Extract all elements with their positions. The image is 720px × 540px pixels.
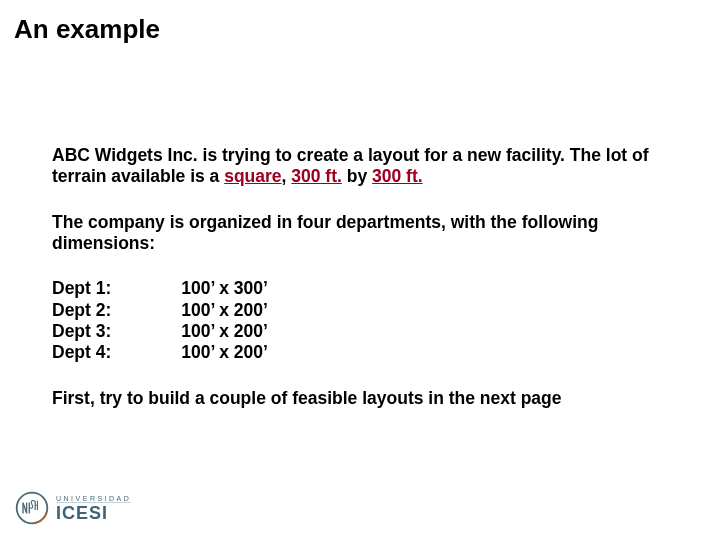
dept-label: Dept 1: — [52, 278, 181, 299]
logo-university-label: UNIVERSIDAD — [56, 495, 131, 502]
table-row: Dept 1: 100’ x 300’ — [52, 278, 268, 299]
intro-keyword-square: square — [224, 166, 281, 186]
intro-text-mid1: , — [282, 166, 292, 186]
logo-icon — [14, 490, 50, 526]
dept-label: Dept 4: — [52, 342, 181, 363]
logo-text: UNIVERSIDAD ICESI — [56, 495, 131, 522]
dept-label: Dept 2: — [52, 300, 181, 321]
closing-paragraph: First, try to build a couple of feasible… — [52, 388, 672, 409]
intro-text-mid2: by — [342, 166, 372, 186]
logo-name: ICESI — [56, 502, 131, 522]
dept-dimension: 100’ x 200’ — [181, 342, 268, 363]
slide: An example ABC Widgets Inc. is trying to… — [0, 0, 720, 540]
table-row: Dept 2: 100’ x 200’ — [52, 300, 268, 321]
intro-paragraph: ABC Widgets Inc. is trying to create a l… — [52, 145, 672, 188]
university-logo: UNIVERSIDAD ICESI — [14, 490, 131, 526]
dept-dimension: 100’ x 200’ — [181, 300, 268, 321]
department-table: Dept 1: 100’ x 300’ Dept 2: 100’ x 200’ … — [52, 278, 268, 363]
intro-keyword-300b: 300 ft. — [372, 166, 423, 186]
table-row: Dept 4: 100’ x 200’ — [52, 342, 268, 363]
table-row: Dept 3: 100’ x 200’ — [52, 321, 268, 342]
dept-label: Dept 3: — [52, 321, 181, 342]
slide-body: ABC Widgets Inc. is trying to create a l… — [52, 145, 672, 433]
intro-keyword-300a: 300 ft. — [291, 166, 342, 186]
slide-title: An example — [14, 14, 160, 45]
dept-dimension: 100’ x 200’ — [181, 321, 268, 342]
dept-dimension: 100’ x 300’ — [181, 278, 268, 299]
organization-paragraph: The company is organized in four departm… — [52, 212, 672, 255]
